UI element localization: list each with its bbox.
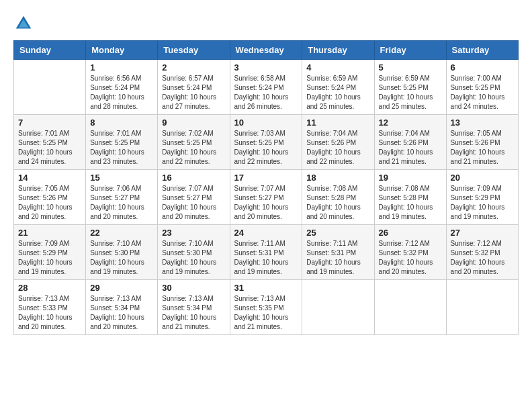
calendar-cell: 26Sunrise: 7:12 AMSunset: 5:32 PMDayligh… bbox=[374, 225, 446, 280]
day-info: Sunrise: 6:57 AMSunset: 5:24 PMDaylight:… bbox=[162, 74, 225, 111]
calendar-cell: 29Sunrise: 7:13 AMSunset: 5:34 PMDayligh… bbox=[86, 280, 158, 335]
calendar-cell: 2Sunrise: 6:57 AMSunset: 5:24 PMDaylight… bbox=[158, 60, 230, 115]
day-info: Sunrise: 6:59 AMSunset: 5:25 PMDaylight:… bbox=[379, 74, 442, 111]
day-number: 22 bbox=[90, 228, 153, 238]
day-info: Sunrise: 7:00 AMSunset: 5:25 PMDaylight:… bbox=[451, 74, 514, 111]
day-number: 11 bbox=[306, 118, 369, 128]
day-info: Sunrise: 7:08 AMSunset: 5:28 PMDaylight:… bbox=[306, 184, 369, 222]
day-number: 6 bbox=[451, 62, 514, 73]
column-header-tuesday: Tuesday bbox=[158, 41, 230, 60]
column-header-monday: Monday bbox=[86, 41, 158, 60]
day-info: Sunrise: 7:06 AMSunset: 5:27 PMDaylight:… bbox=[90, 184, 153, 222]
day-info: Sunrise: 7:07 AMSunset: 5:27 PMDaylight:… bbox=[162, 184, 225, 222]
day-info: Sunrise: 7:02 AMSunset: 5:25 PMDaylight:… bbox=[162, 129, 225, 167]
calendar-cell: 27Sunrise: 7:12 AMSunset: 5:32 PMDayligh… bbox=[446, 225, 518, 280]
day-info: Sunrise: 7:13 AMSunset: 5:35 PMDaylight:… bbox=[234, 294, 298, 332]
day-info: Sunrise: 7:03 AMSunset: 5:25 PMDaylight:… bbox=[234, 129, 298, 167]
calendar-cell: 12Sunrise: 7:04 AMSunset: 5:26 PMDayligh… bbox=[374, 115, 446, 170]
calendar-cell: 25Sunrise: 7:11 AMSunset: 5:31 PMDayligh… bbox=[302, 225, 374, 280]
day-number: 28 bbox=[18, 283, 81, 293]
calendar-cell: 31Sunrise: 7:13 AMSunset: 5:35 PMDayligh… bbox=[230, 280, 302, 335]
calendar-cell: 1Sunrise: 6:56 AMSunset: 5:24 PMDaylight… bbox=[86, 60, 158, 115]
day-info: Sunrise: 7:07 AMSunset: 5:27 PMDaylight:… bbox=[234, 184, 298, 222]
day-number: 5 bbox=[379, 62, 442, 73]
day-info: Sunrise: 7:05 AMSunset: 5:26 PMDaylight:… bbox=[18, 184, 81, 222]
calendar-cell: 6Sunrise: 7:00 AMSunset: 5:25 PMDaylight… bbox=[446, 60, 518, 115]
day-number: 1 bbox=[90, 62, 153, 73]
day-info: Sunrise: 6:59 AMSunset: 5:24 PMDaylight:… bbox=[306, 74, 369, 111]
calendar-cell: 5Sunrise: 6:59 AMSunset: 5:25 PMDaylight… bbox=[374, 60, 446, 115]
calendar-week-3: 14Sunrise: 7:05 AMSunset: 5:26 PMDayligh… bbox=[14, 170, 519, 225]
day-info: Sunrise: 7:10 AMSunset: 5:30 PMDaylight:… bbox=[162, 239, 225, 277]
day-number: 29 bbox=[90, 283, 153, 293]
day-info: Sunrise: 7:01 AMSunset: 5:25 PMDaylight:… bbox=[90, 129, 153, 167]
calendar-cell: 11Sunrise: 7:04 AMSunset: 5:26 PMDayligh… bbox=[302, 115, 374, 170]
day-number: 25 bbox=[306, 228, 369, 238]
column-header-wednesday: Wednesday bbox=[230, 41, 302, 60]
day-number: 14 bbox=[18, 173, 81, 183]
calendar-cell: 30Sunrise: 7:13 AMSunset: 5:34 PMDayligh… bbox=[158, 280, 230, 335]
day-info: Sunrise: 7:13 AMSunset: 5:34 PMDaylight:… bbox=[90, 294, 153, 332]
day-number: 17 bbox=[234, 173, 298, 183]
calendar-cell: 8Sunrise: 7:01 AMSunset: 5:25 PMDaylight… bbox=[86, 115, 158, 170]
calendar-cell: 17Sunrise: 7:07 AMSunset: 5:27 PMDayligh… bbox=[230, 170, 302, 225]
day-info: Sunrise: 7:13 AMSunset: 5:34 PMDaylight:… bbox=[162, 294, 225, 332]
day-info: Sunrise: 7:05 AMSunset: 5:26 PMDaylight:… bbox=[451, 129, 514, 167]
day-number: 13 bbox=[451, 118, 514, 128]
day-number: 9 bbox=[162, 118, 225, 128]
day-info: Sunrise: 7:04 AMSunset: 5:26 PMDaylight:… bbox=[306, 129, 369, 167]
day-number: 12 bbox=[379, 118, 442, 128]
day-number: 20 bbox=[451, 173, 514, 183]
calendar-cell: 14Sunrise: 7:05 AMSunset: 5:26 PMDayligh… bbox=[14, 170, 86, 225]
calendar-cell: 10Sunrise: 7:03 AMSunset: 5:25 PMDayligh… bbox=[230, 115, 302, 170]
calendar-cell: 21Sunrise: 7:09 AMSunset: 5:29 PMDayligh… bbox=[14, 225, 86, 280]
day-info: Sunrise: 7:12 AMSunset: 5:32 PMDaylight:… bbox=[379, 239, 442, 277]
day-number: 30 bbox=[162, 283, 225, 293]
calendar-week-2: 7Sunrise: 7:01 AMSunset: 5:25 PMDaylight… bbox=[14, 115, 519, 170]
calendar-cell: 7Sunrise: 7:01 AMSunset: 5:25 PMDaylight… bbox=[14, 115, 86, 170]
column-header-thursday: Thursday bbox=[302, 41, 374, 60]
day-number: 27 bbox=[451, 228, 514, 238]
day-number: 16 bbox=[162, 173, 225, 183]
day-info: Sunrise: 7:13 AMSunset: 5:33 PMDaylight:… bbox=[18, 294, 81, 332]
day-info: Sunrise: 6:58 AMSunset: 5:24 PMDaylight:… bbox=[234, 74, 298, 111]
column-header-saturday: Saturday bbox=[446, 41, 518, 60]
calendar-cell: 28Sunrise: 7:13 AMSunset: 5:33 PMDayligh… bbox=[14, 280, 86, 335]
calendar-cell bbox=[14, 60, 86, 115]
day-number: 8 bbox=[90, 118, 153, 128]
calendar-cell: 13Sunrise: 7:05 AMSunset: 5:26 PMDayligh… bbox=[446, 115, 518, 170]
page-header bbox=[13, 13, 519, 34]
calendar: SundayMondayTuesdayWednesdayThursdayFrid… bbox=[13, 40, 519, 335]
calendar-cell: 19Sunrise: 7:08 AMSunset: 5:28 PMDayligh… bbox=[374, 170, 446, 225]
day-number: 31 bbox=[234, 283, 298, 293]
logo bbox=[13, 13, 36, 34]
day-number: 3 bbox=[234, 62, 298, 73]
day-info: Sunrise: 7:12 AMSunset: 5:32 PMDaylight:… bbox=[451, 239, 514, 277]
day-info: Sunrise: 7:04 AMSunset: 5:26 PMDaylight:… bbox=[379, 129, 442, 167]
calendar-cell bbox=[446, 280, 518, 335]
day-info: Sunrise: 7:01 AMSunset: 5:25 PMDaylight:… bbox=[18, 129, 81, 167]
day-number: 19 bbox=[379, 173, 442, 183]
calendar-cell: 20Sunrise: 7:09 AMSunset: 5:29 PMDayligh… bbox=[446, 170, 518, 225]
day-number: 4 bbox=[306, 62, 369, 73]
calendar-cell bbox=[302, 280, 374, 335]
calendar-header-row: SundayMondayTuesdayWednesdayThursdayFrid… bbox=[14, 41, 519, 60]
day-number: 23 bbox=[162, 228, 225, 238]
day-number: 2 bbox=[162, 62, 225, 73]
day-number: 7 bbox=[18, 118, 81, 128]
day-number: 15 bbox=[90, 173, 153, 183]
calendar-cell: 23Sunrise: 7:10 AMSunset: 5:30 PMDayligh… bbox=[158, 225, 230, 280]
calendar-cell: 4Sunrise: 6:59 AMSunset: 5:24 PMDaylight… bbox=[302, 60, 374, 115]
calendar-week-1: 1Sunrise: 6:56 AMSunset: 5:24 PMDaylight… bbox=[14, 60, 519, 115]
calendar-cell bbox=[374, 280, 446, 335]
day-number: 10 bbox=[234, 118, 298, 128]
calendar-cell: 15Sunrise: 7:06 AMSunset: 5:27 PMDayligh… bbox=[86, 170, 158, 225]
day-info: Sunrise: 7:11 AMSunset: 5:31 PMDaylight:… bbox=[234, 239, 298, 277]
column-header-friday: Friday bbox=[374, 41, 446, 60]
calendar-cell: 24Sunrise: 7:11 AMSunset: 5:31 PMDayligh… bbox=[230, 225, 302, 280]
calendar-cell: 3Sunrise: 6:58 AMSunset: 5:24 PMDaylight… bbox=[230, 60, 302, 115]
day-number: 21 bbox=[18, 228, 81, 238]
day-info: Sunrise: 7:09 AMSunset: 5:29 PMDaylight:… bbox=[451, 184, 514, 222]
day-number: 24 bbox=[234, 228, 298, 238]
day-info: Sunrise: 7:11 AMSunset: 5:31 PMDaylight:… bbox=[306, 239, 369, 277]
